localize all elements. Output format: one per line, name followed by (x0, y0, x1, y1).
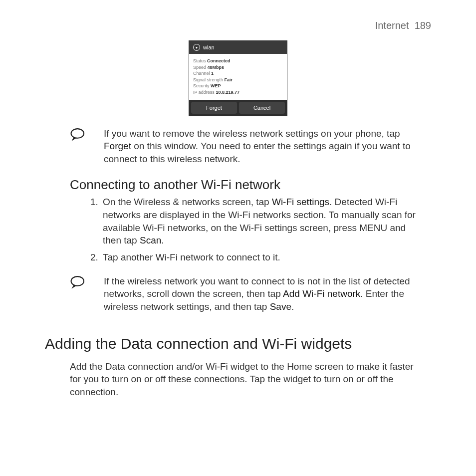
note-icon (70, 127, 87, 144)
forget-button[interactable]: Forget (191, 102, 237, 114)
note-text: If the wireless network you want to conn… (104, 275, 421, 313)
wlan-dialog-titlebar: ▾ wlan (189, 41, 287, 54)
heading-connecting-another-wifi: Connecting to another Wi-Fi network (70, 177, 431, 193)
wifi-connected-icon: ▾ (193, 44, 200, 51)
note-icon (70, 275, 87, 292)
heading-adding-widgets: Adding the Data connection and Wi-Fi wid… (45, 335, 431, 352)
steps-list: On the Wireless & networks screen, tap W… (45, 196, 421, 263)
step-2: Tap another Wi-Fi network to connect to … (101, 251, 421, 264)
wlan-dialog-title: wlan (203, 44, 215, 50)
section-name: Internet (375, 20, 409, 31)
svg-point-1 (71, 276, 84, 286)
body-adding-widgets: Add the Data connection and/or Wi-Fi wid… (70, 360, 421, 399)
note-text: If you want to remove the wireless netwo… (104, 127, 421, 166)
page-number: 189 (415, 20, 431, 31)
page-header: Internet 189 (45, 20, 431, 31)
note-add-wifi: If the wireless network you want to conn… (70, 275, 421, 313)
wlan-dialog-screenshot: ▾ wlan Status Connected Speed 48Mbps Cha… (189, 40, 287, 116)
step-1: On the Wireless & networks screen, tap W… (101, 196, 421, 247)
svg-point-0 (71, 129, 84, 138)
wlan-dialog-buttons: Forget Cancel (189, 100, 287, 116)
note-forget: If you want to remove the wireless netwo… (70, 127, 421, 166)
cancel-button[interactable]: Cancel (239, 102, 285, 114)
wlan-dialog-body: Status Connected Speed 48Mbps Channel 1 … (189, 54, 287, 100)
